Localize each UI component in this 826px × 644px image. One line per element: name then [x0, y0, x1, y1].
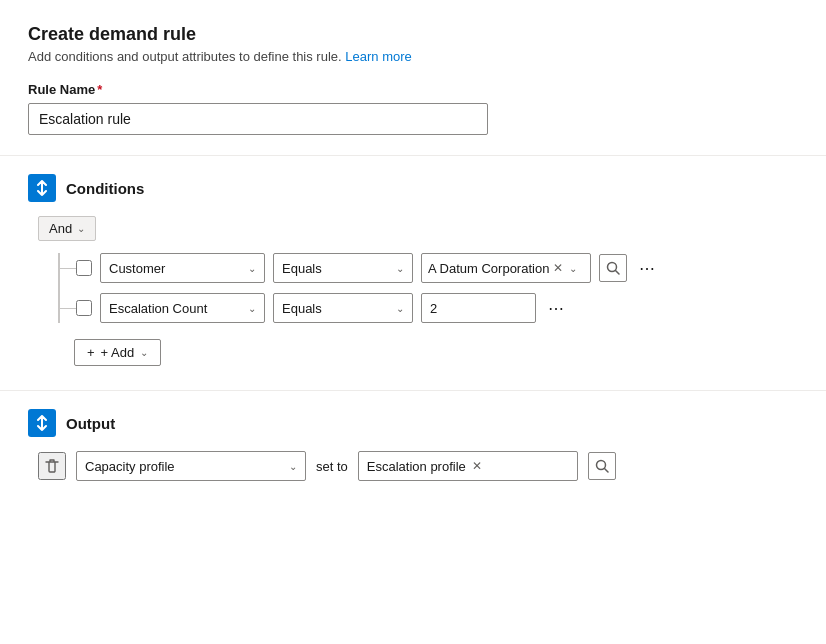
- svg-line-1: [616, 271, 620, 275]
- condition-row-2: Escalation Count ⌄ Equals ⌄ ⋯: [60, 293, 798, 323]
- capacity-chevron-icon: ⌄: [289, 461, 297, 472]
- and-chevron-icon: ⌄: [77, 223, 85, 234]
- escalation-more-button[interactable]: ⋯: [544, 297, 569, 320]
- escalation-equals-chevron-icon: ⌄: [396, 303, 404, 314]
- output-title: Output: [66, 415, 115, 432]
- escalation-value-input[interactable]: [421, 293, 536, 323]
- escalation-chevron-icon: ⌄: [248, 303, 256, 314]
- page-subtitle: Add conditions and output attributes to …: [28, 49, 798, 64]
- main-content: Create demand rule Add conditions and ou…: [0, 0, 826, 644]
- condition-checkbox-2[interactable]: [76, 300, 92, 316]
- page-header: Create demand rule Add conditions and ou…: [28, 24, 798, 64]
- output-section-header: Output: [28, 409, 798, 437]
- output-search-button[interactable]: [588, 452, 616, 480]
- output-row: Capacity profile ⌄ set to Escalation pro…: [38, 451, 798, 481]
- customer-more-button[interactable]: ⋯: [635, 257, 660, 280]
- escalation-field-dropdown[interactable]: Escalation Count ⌄: [100, 293, 265, 323]
- rule-name-label: Rule Name*: [28, 82, 798, 97]
- svg-line-3: [604, 469, 608, 473]
- condition-row-1: Customer ⌄ Equals ⌄ A Datum Corporation …: [60, 253, 798, 283]
- delete-output-button[interactable]: [38, 452, 66, 480]
- equals-chevron-icon: ⌄: [396, 263, 404, 274]
- plus-icon: +: [87, 345, 95, 360]
- datum-chevron-icon: ⌄: [569, 263, 577, 274]
- datum-tag: A Datum Corporation ✕: [428, 261, 563, 276]
- output-section: Output Capacity profile ⌄ set to Escalat…: [28, 409, 798, 481]
- conditions-area: And ⌄ Customer ⌄ Equals ⌄: [38, 216, 798, 366]
- set-to-label: set to: [316, 459, 348, 474]
- rule-name-section: Rule Name*: [28, 82, 798, 135]
- add-condition-button[interactable]: + + Add ⌄: [74, 339, 161, 366]
- datum-tag-remove[interactable]: ✕: [553, 261, 563, 275]
- customer-field-dropdown[interactable]: Customer ⌄: [100, 253, 265, 283]
- customer-chevron-icon: ⌄: [248, 263, 256, 274]
- customer-search-button[interactable]: [599, 254, 627, 282]
- capacity-profile-dropdown[interactable]: Capacity profile ⌄: [76, 451, 306, 481]
- learn-more-link[interactable]: Learn more: [345, 49, 411, 64]
- page-title: Create demand rule: [28, 24, 798, 45]
- customer-value-input[interactable]: A Datum Corporation ✕ ⌄: [421, 253, 591, 283]
- escalation-profile-remove[interactable]: ✕: [472, 459, 482, 473]
- condition-checkbox-1[interactable]: [76, 260, 92, 276]
- conditions-title: Conditions: [66, 180, 144, 197]
- output-value-input[interactable]: Escalation profile ✕: [358, 451, 578, 481]
- conditions-section-header: Conditions: [28, 174, 798, 202]
- condition-rows: Customer ⌄ Equals ⌄ A Datum Corporation …: [58, 253, 798, 323]
- add-chevron-icon: ⌄: [140, 347, 148, 358]
- rule-name-input[interactable]: [28, 103, 488, 135]
- customer-operator-dropdown[interactable]: Equals ⌄: [273, 253, 413, 283]
- conditions-icon: [28, 174, 56, 202]
- output-icon: [28, 409, 56, 437]
- divider-1: [0, 155, 826, 156]
- and-button[interactable]: And ⌄: [38, 216, 96, 241]
- divider-2: [0, 390, 826, 391]
- escalation-operator-dropdown[interactable]: Equals ⌄: [273, 293, 413, 323]
- page-container: Create demand rule Add conditions and ou…: [0, 0, 826, 644]
